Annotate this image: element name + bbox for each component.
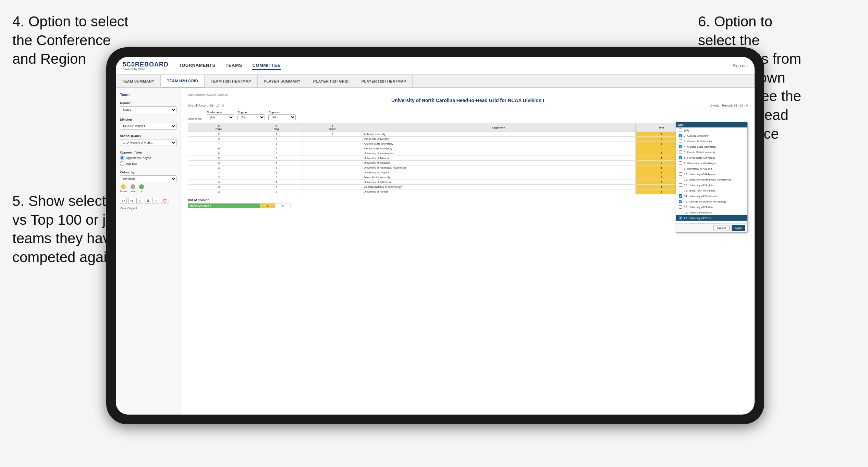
table-row: 10 5 University of Alabama 3 0 xyxy=(188,161,748,165)
sidebar-title: Team xyxy=(120,93,130,97)
dropdown-item-label: 11. University of Arkansas, Fayetteville xyxy=(684,178,731,181)
dropdown-item[interactable]: 21. University of New Mexico xyxy=(676,221,747,223)
colour-select[interactable]: Win/loss xyxy=(120,175,176,182)
legend-up-circle xyxy=(139,184,144,189)
opponents-label: Opponents: xyxy=(188,117,202,120)
division-select[interactable]: NCAA Division I xyxy=(120,123,176,130)
cell-rank: 9 xyxy=(188,156,250,161)
sub-nav-h2h-grid[interactable]: TEAM H2H GRID xyxy=(161,75,205,87)
dropdown-item-label: 5. Florida State University xyxy=(684,151,716,154)
region-select[interactable]: (All) xyxy=(237,114,265,120)
dropdown-item[interactable]: 14. University of Oklahoma xyxy=(676,193,747,199)
cell-rank: 11 xyxy=(188,165,250,170)
dropdown-item[interactable]: (All) xyxy=(676,127,747,133)
dropdown-item[interactable]: 5. Florida State University xyxy=(676,149,747,155)
cell-conf xyxy=(303,156,362,161)
sub-nav-player-heatmap[interactable]: PLAYER H2H HEATMAP xyxy=(355,75,413,87)
conference-select[interactable]: (All) xyxy=(207,114,234,120)
header-signout[interactable]: Sign out xyxy=(733,63,748,68)
dropdown-item[interactable]: 3. Vanderbilt University xyxy=(676,138,747,144)
dropdown-item[interactable]: 20. University of Texas xyxy=(676,215,747,221)
cell-rank: 16 xyxy=(188,189,250,194)
tool-redo[interactable]: ↪ xyxy=(128,198,135,204)
opponent-dropdown[interactable]: (All) (All)2. Auburn University3. Vander… xyxy=(676,122,748,233)
out-div-loss: 0 xyxy=(275,204,290,208)
cell-conf xyxy=(303,151,362,156)
tool-clock[interactable]: ⏰ xyxy=(161,198,169,204)
legend-down: Down xyxy=(120,184,127,193)
legend-level-label: Level xyxy=(130,190,136,193)
cell-conf xyxy=(303,165,362,170)
opponent-select[interactable]: (All) xyxy=(268,114,296,120)
nav-teams[interactable]: TEAMS xyxy=(225,61,242,70)
cell-conf xyxy=(303,180,362,185)
cell-opponent: University of Florida xyxy=(362,189,635,194)
dropdown-item[interactable]: 4. Arizona State University xyxy=(676,144,747,149)
nav-tournaments[interactable]: TOURNAMENTS xyxy=(179,61,215,70)
col-conf: #Conf xyxy=(303,123,362,132)
cancel-button[interactable]: Cancel xyxy=(713,225,730,231)
cell-opponent: University of Arkansas, Fayetteville xyxy=(362,165,635,170)
dropdown-item[interactable]: 12. University of Virginia xyxy=(676,182,747,188)
sub-nav-team-summary[interactable]: TEAM SUMMARY xyxy=(116,75,161,87)
dropdown-item[interactable]: 6. Florida State University xyxy=(676,155,747,160)
cell-reg: 4 xyxy=(250,180,303,185)
cell-opponent: University of Arizona xyxy=(362,156,635,161)
sub-nav-h2h-heatmap[interactable]: TEAM H2H HEATMAP xyxy=(205,75,258,87)
dropdown-item-label: 4. Arizona State University xyxy=(684,145,716,148)
dropdown-item[interactable]: 15. Georgia Institute of Technology xyxy=(676,199,747,204)
table-row: 16 2 University of Florida 5 1 xyxy=(188,189,748,194)
cell-opponent: University of Washington xyxy=(362,151,635,156)
division-record: Division Record: 88 - 17 - 0 xyxy=(710,104,748,107)
dropdown-item-label: 12. University of Virginia xyxy=(684,184,713,187)
dropdown-item-label: 8. University of Washington xyxy=(684,162,717,165)
dropdown-item[interactable]: 13. Texas Tech University xyxy=(676,188,747,193)
table-row: 2 1 1 Auburn University 2 1 xyxy=(188,132,748,137)
radio-top100[interactable]: Top 100 xyxy=(120,161,176,166)
cell-conf: 1 xyxy=(303,132,362,137)
sub-nav-player-summary[interactable]: PLAYER SUMMARY xyxy=(258,75,307,87)
cell-rank: 10 xyxy=(188,161,250,165)
cell-opponent: Florida State University xyxy=(362,146,635,151)
sub-nav-player-h2h-grid[interactable]: PLAYER H2H GRID xyxy=(307,75,355,87)
dropdown-item[interactable]: 11. University of Arkansas, Fayetteville xyxy=(676,177,747,182)
apply-button[interactable]: Apply xyxy=(732,225,745,231)
dropdown-item[interactable]: 2. Auburn University xyxy=(676,133,747,138)
dropdown-item[interactable]: 8. University of Washington xyxy=(676,160,747,166)
table-row: NCAA Division II 1 0 xyxy=(188,204,291,208)
dropdown-item-label: 3. Vanderbilt University xyxy=(684,140,712,143)
school-select[interactable]: 1. University of Nort... xyxy=(120,139,176,146)
dropdown-item-label: 14. University of Oklahoma xyxy=(684,195,717,198)
tool-undo[interactable]: ↩ xyxy=(120,198,127,204)
cell-reg: 2 xyxy=(250,151,303,156)
table-row: 13 1 Texas Tech University 3 0 xyxy=(188,175,748,180)
cell-reg: 1 xyxy=(250,132,303,137)
cell-opponent: University of Virginia xyxy=(362,170,635,175)
radio-opponents-played[interactable]: Opponents Played xyxy=(120,156,176,160)
cell-rank: 8 xyxy=(188,151,250,156)
grid-container: Last Updated: 4/1/2024 16:55:38 Universi… xyxy=(181,88,755,415)
tool-back[interactable]: ◁ xyxy=(136,198,143,204)
dropdown-item[interactable]: 10. University of Alabama xyxy=(676,171,747,177)
dropdown-item[interactable]: 16. University of Florida xyxy=(676,204,747,210)
tool-paste[interactable]: ⊡ xyxy=(152,198,159,204)
opponent-label: Opponent xyxy=(268,111,296,114)
dropdown-item-label: 18. University of Illinois xyxy=(684,211,712,214)
dropdown-item-label: 13. Texas Tech University xyxy=(684,189,715,192)
dropdown-item[interactable]: 18. University of Illinois xyxy=(676,210,747,215)
last-updated: Last Updated: 4/1/2024 16:55:38 xyxy=(188,93,748,96)
nav-committee[interactable]: COMMITTEE xyxy=(252,61,281,70)
cell-conf xyxy=(303,146,362,151)
dropdown-list[interactable]: (All)2. Auburn University3. Vanderbilt U… xyxy=(676,127,747,223)
grid-header: Last Updated: 4/1/2024 16:55:38 Universi… xyxy=(188,93,748,107)
radio-top100-label: Top 100 xyxy=(126,162,137,165)
cell-opponent: Georgia Institute of Technology xyxy=(362,185,635,189)
cell-reg: 1 xyxy=(250,142,303,146)
region-filter: Region (All) xyxy=(237,111,265,120)
table-row: 12 3 University of Virginia 1 0 xyxy=(188,170,748,175)
gender-select[interactable]: Men's xyxy=(120,106,176,113)
dropdown-item[interactable]: 9. University of Arizona xyxy=(676,166,747,171)
dropdown-item-label: 15. Georgia Institute of Technology xyxy=(684,200,726,203)
tool-copy[interactable]: ⧉ xyxy=(145,198,151,204)
sidebar-toolbar: ↩ ↪ ◁ ⧉ ⊡ ⏰ xyxy=(120,198,176,204)
